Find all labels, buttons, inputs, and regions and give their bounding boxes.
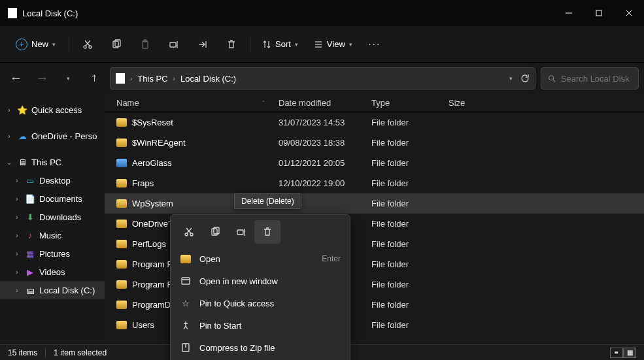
sidebar-item-desktop[interactable]: ›▭Desktop — [0, 171, 105, 189]
file-date: 01/12/2021 20:05 — [279, 158, 371, 168]
sort-asc-icon: ˄ — [262, 100, 265, 106]
table-row[interactable]: $WinREAgent09/08/2023 18:38File folder — [105, 133, 644, 153]
details-view-toggle[interactable]: ≡ — [610, 348, 623, 358]
breadcrumb-segment[interactable]: This PC — [137, 74, 167, 84]
svg-rect-1 — [596, 10, 602, 16]
sidebar-item-downloads[interactable]: ›⬇Downloads — [0, 208, 105, 226]
sidebar-item-documents[interactable]: ›📄Documents — [0, 189, 105, 208]
title-bar: Local Disk (C:) — [0, 0, 644, 26]
pc-icon: 🖥 — [17, 157, 27, 167]
plus-icon: + — [16, 39, 27, 50]
downloads-icon: ⬇ — [25, 212, 35, 222]
column-date[interactable]: Date modified — [279, 98, 371, 108]
cut-button[interactable] — [75, 33, 101, 56]
star-icon: ⭐ — [17, 105, 27, 115]
column-name[interactable]: Name˄ — [116, 98, 279, 108]
tooltip: Delete (Delete) — [234, 193, 301, 209]
refresh-button[interactable] — [520, 74, 530, 83]
sort-icon — [262, 40, 271, 49]
chevron-down-icon[interactable]: ▾ — [509, 75, 513, 82]
ctx-copy-button[interactable] — [202, 220, 228, 244]
breadcrumb[interactable]: › This PC › Local Disk (C:) ▾ — [110, 67, 535, 90]
sidebar-item-onedrive[interactable]: ›☁OneDrive - Perso — [0, 127, 105, 145]
sidebar-item-pictures[interactable]: ›▦Pictures — [0, 244, 105, 263]
svg-line-18 — [553, 80, 555, 82]
minimize-button[interactable] — [554, 0, 584, 26]
ctx-cut-button[interactable] — [176, 220, 202, 244]
ctx-open-new-window[interactable]: Open in new window — [171, 270, 350, 292]
close-button[interactable] — [614, 0, 644, 26]
more-button[interactable]: ··· — [362, 33, 388, 56]
ctx-pin-start[interactable]: Pin to Start — [171, 314, 350, 336]
chevron-right-icon: › — [173, 75, 175, 82]
forward-button[interactable]: 🡒 — [31, 68, 52, 89]
file-name: $WinREAgent — [132, 138, 186, 148]
svg-point-19 — [185, 233, 188, 236]
drive-icon — [8, 8, 17, 18]
column-type[interactable]: Type — [371, 98, 449, 108]
up-button[interactable]: 🡑 — [84, 68, 105, 89]
address-bar: 🡐 🡒 ▾ 🡑 › This PC › Local Disk (C:) ▾ — [0, 63, 644, 94]
file-name: $SysReset — [132, 118, 173, 127]
status-item-count: 15 items — [8, 348, 37, 357]
svg-line-21 — [187, 228, 192, 233]
view-icon — [314, 40, 323, 49]
zip-icon — [180, 342, 192, 353]
maximize-button[interactable] — [584, 0, 614, 26]
status-selected-count: 1 item selected — [54, 348, 107, 357]
sidebar-item-videos[interactable]: ›▶Videos — [0, 263, 105, 281]
svg-point-5 — [89, 46, 92, 48]
star-icon: ☆ — [180, 297, 192, 309]
rename-button[interactable] — [161, 33, 187, 56]
file-date: 31/07/2023 14:53 — [279, 118, 371, 127]
sort-button[interactable]: Sort ▾ — [256, 35, 305, 53]
table-row[interactable]: WpSystemFile folder — [105, 193, 644, 214]
folder-icon — [116, 301, 127, 309]
ctx-open[interactable]: OpenEnter — [171, 248, 350, 270]
paste-button[interactable] — [132, 33, 158, 56]
file-type: File folder — [371, 239, 449, 249]
pin-icon — [180, 319, 192, 331]
sidebar-item-music[interactable]: ›♪Music — [0, 226, 105, 244]
new-button[interactable]: + New ▾ — [8, 35, 63, 54]
ctx-delete-button[interactable] — [254, 220, 280, 244]
thumbnails-view-toggle[interactable]: ▦ — [623, 348, 636, 358]
file-type: File folder — [371, 320, 449, 330]
svg-line-7 — [85, 41, 90, 46]
copy-button[interactable] — [103, 33, 129, 56]
column-size[interactable]: Size — [449, 98, 501, 108]
folder-icon — [116, 179, 127, 188]
share-button[interactable] — [190, 33, 216, 56]
back-button[interactable]: 🡐 — [5, 68, 26, 89]
svg-line-6 — [86, 41, 90, 46]
svg-point-4 — [84, 46, 86, 48]
sidebar-item-local-disk[interactable]: ›🖴Local Disk (C:) — [0, 281, 105, 299]
folder-icon — [116, 321, 127, 329]
table-row[interactable]: Fraps12/10/2022 19:00File folder — [105, 173, 644, 193]
window-title: Local Disk (C:) — [22, 8, 78, 18]
view-button[interactable]: View ▾ — [307, 35, 359, 53]
ctx-pin-quick[interactable]: ☆Pin to Quick access — [171, 292, 350, 314]
breadcrumb-segment[interactable]: Local Disk (C:) — [180, 74, 236, 84]
folder-icon — [180, 253, 192, 265]
desktop-icon: ▭ — [25, 175, 35, 186]
recent-button[interactable]: ▾ — [58, 68, 78, 89]
ctx-compress[interactable]: Compress to Zip file — [171, 336, 350, 359]
folder-icon — [116, 280, 127, 289]
table-row[interactable]: AeroGlass01/12/2021 20:05File folder — [105, 153, 644, 173]
search-input[interactable] — [561, 74, 632, 84]
search-box[interactable] — [541, 67, 639, 90]
file-name: AeroGlass — [132, 158, 172, 168]
search-icon — [548, 74, 556, 83]
file-type: File folder — [371, 118, 449, 127]
sidebar-item-this-pc[interactable]: ⌄🖥This PC — [0, 153, 105, 171]
sidebar-item-quick-access[interactable]: ›⭐Quick access — [0, 101, 105, 119]
chevron-right-icon: › — [130, 75, 132, 82]
svg-rect-25 — [237, 230, 243, 235]
svg-point-17 — [549, 76, 554, 80]
delete-button[interactable] — [218, 33, 245, 56]
ctx-rename-button[interactable] — [228, 220, 254, 244]
file-name: WpSystem — [132, 199, 173, 208]
folder-icon — [116, 118, 127, 127]
table-row[interactable]: $SysReset31/07/2023 14:53File folder — [105, 112, 644, 133]
